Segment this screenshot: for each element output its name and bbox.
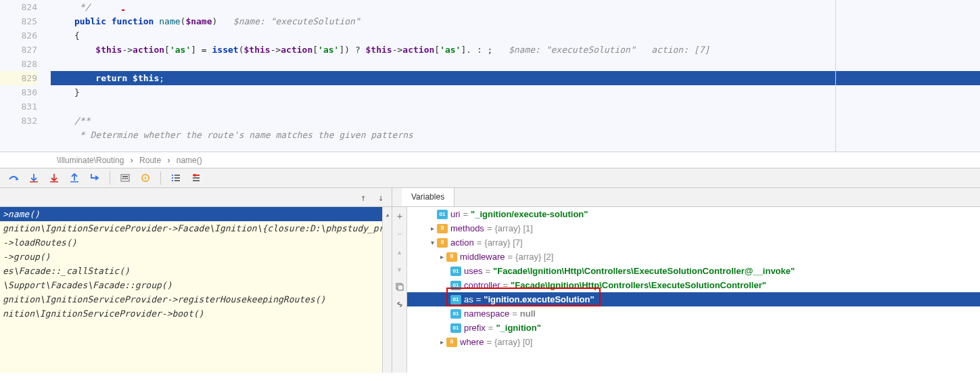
svg-rect-0 (30, 181, 38, 183)
code-text: 'as' (318, 45, 339, 55)
frames-panel: ↑ ↓ >name() gnition\IgnitionServiceProvi… (0, 188, 392, 373)
code-text: ] = (191, 45, 212, 55)
frame-row[interactable]: \Support\Facades\Facade::group() (0, 278, 392, 292)
code-body[interactable]: */ public function name($name) $name: "e… (51, 0, 980, 152)
line-number (0, 128, 37, 142)
step-into-icon[interactable] (28, 173, 39, 183)
force-step-into-icon[interactable] (49, 173, 60, 183)
inline-hint: $name: "executeSolution" (509, 45, 636, 55)
svg-rect-13 (174, 175, 180, 176)
line-number: 826 (0, 28, 37, 43)
svg-rect-5 (122, 178, 124, 179)
code-text: $this (366, 45, 392, 55)
svg-rect-17 (193, 177, 200, 179)
line-number: 829 (0, 71, 37, 85)
variable-row[interactable]: 01uses="Facade\Ignition\Http\Controllers… (407, 264, 980, 278)
variables-tree[interactable]: 01uri="_ignition/execute-solution" ▸⠿met… (407, 207, 980, 373)
variable-row[interactable]: 01prefix="_ignition" (407, 321, 980, 335)
line-number: 830 (0, 85, 37, 99)
frame-row[interactable]: ->group() (0, 250, 392, 264)
code-text: return (95, 73, 127, 83)
line-number: 832 (0, 114, 37, 128)
code-text: * Determine whether the route's name mat… (74, 130, 413, 140)
tab-variables[interactable]: Variables (402, 188, 454, 206)
code-text: -> (122, 45, 133, 55)
code-text: ; (159, 73, 164, 83)
frame-row[interactable]: gnition\IgnitionServiceProvider->Facade\… (0, 221, 392, 235)
move-up-icon[interactable]: ▴ (393, 245, 406, 258)
step-over-icon[interactable] (8, 173, 19, 183)
code-text: $name (185, 16, 212, 26)
svg-rect-6 (124, 178, 126, 179)
code-text: action (281, 45, 312, 55)
trace-icon[interactable] (140, 173, 151, 183)
frame-row[interactable]: gnition\IgnitionServiceProvider->registe… (0, 292, 392, 306)
code-text: [ (312, 45, 318, 55)
code-text: $this (244, 45, 271, 55)
code-text: ( (239, 45, 244, 55)
svg-rect-15 (174, 180, 180, 181)
debug-toolbar (0, 168, 980, 188)
code-text: function (112, 16, 154, 26)
run-to-cursor-icon[interactable] (89, 173, 100, 183)
variable-row[interactable]: 01namespace=null (407, 306, 980, 321)
code-text: action (133, 45, 164, 55)
variables-panel: Variables ＋ － ▴ ▾ 01uri="_ignition/execu… (392, 188, 980, 373)
next-frame-icon[interactable]: ↓ (374, 191, 388, 204)
link-icon[interactable] (393, 298, 406, 311)
variable-row[interactable]: ▸⠿where={array} [0] (407, 335, 980, 349)
variable-row-selected[interactable]: 01as="ignition.executeSolution" (407, 292, 980, 306)
add-watch-icon[interactable]: ＋ (393, 210, 406, 223)
move-down-icon[interactable]: ▾ (393, 262, 406, 276)
code-text: $this (95, 45, 122, 55)
evaluate-expression-icon[interactable] (120, 173, 131, 183)
variable-row[interactable]: ▾⠿action={array} [7] (407, 235, 980, 250)
frame-row[interactable]: >name() (0, 207, 392, 221)
line-number: 827 (0, 43, 37, 57)
line-number: 828 (0, 57, 37, 71)
code-text: ]. (461, 45, 471, 55)
code-editor[interactable]: 824 825 826 827 828 829 830 831 832 */ p… (0, 0, 980, 168)
variables-toolbar: ＋ － ▴ ▾ (392, 207, 407, 373)
svg-rect-10 (172, 175, 173, 176)
remove-watch-icon[interactable]: － (393, 227, 406, 241)
svg-point-19 (193, 174, 196, 177)
step-out-icon[interactable] (69, 173, 80, 183)
svg-rect-1 (50, 181, 58, 183)
line-number: 825 (0, 14, 37, 28)
code-text: ; (488, 45, 493, 55)
settings-icon[interactable] (191, 173, 202, 183)
frame-row[interactable]: es\Facade::_callStatic() (0, 264, 392, 278)
breadcrumb-item[interactable]: Route (139, 156, 161, 165)
copy-icon[interactable] (393, 280, 406, 294)
execution-line: return $this; (51, 71, 980, 85)
code-text: ]) ? (339, 45, 365, 55)
svg-rect-21 (398, 285, 403, 290)
line-number: 824 (0, 0, 37, 14)
breadcrumb-item[interactable]: name() (177, 156, 202, 165)
frames-list[interactable]: >name() gnition\IgnitionServiceProvider-… (0, 207, 392, 373)
code-text: { (51, 28, 980, 43)
variable-row[interactable]: 01uri="_ignition/execute-solution" (407, 207, 980, 221)
scroll-up-icon[interactable]: ▴ (383, 207, 392, 222)
variable-row[interactable]: 01controller="Facade\Ignition\Http\Contr… (407, 278, 980, 292)
breadcrumb-item[interactable]: \Illuminate\Routing (57, 156, 124, 165)
code-text: $this (133, 73, 159, 83)
variable-row[interactable]: ▸⠿methods={array} [1] (407, 221, 980, 235)
debug-panels: ↑ ↓ >name() gnition\IgnitionServiceProvi… (0, 188, 980, 373)
frame-row[interactable]: ->loadRoutes() (0, 235, 392, 250)
svg-rect-11 (172, 177, 173, 179)
breadcrumb[interactable]: \Illuminate\Routing › Route › name() (0, 152, 980, 168)
code-text: } (51, 85, 980, 99)
svg-point-9 (145, 177, 147, 179)
svg-rect-7 (126, 178, 128, 179)
svg-rect-18 (193, 180, 200, 181)
prev-frame-icon[interactable]: ↑ (356, 191, 370, 204)
code-text: [ (434, 45, 440, 55)
frame-row[interactable]: nition\IgnitionServiceProvider->boot() (0, 306, 392, 321)
list-icon[interactable] (170, 173, 181, 183)
line-gutter: 824 825 826 827 828 829 830 831 832 (0, 0, 51, 152)
code-text: */ (74, 2, 90, 12)
variable-row[interactable]: ▸⠿middleware={array} [2] (407, 250, 980, 264)
code-text: public (74, 16, 106, 26)
